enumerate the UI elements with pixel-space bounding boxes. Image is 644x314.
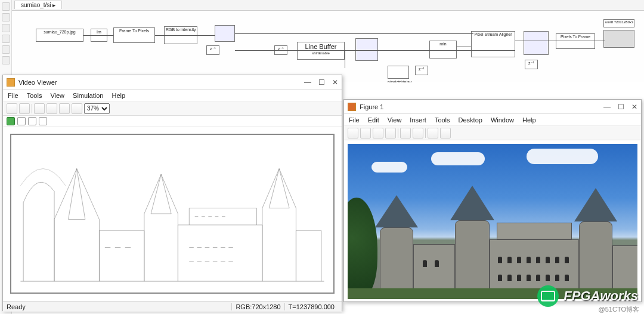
- status-time: T=1237890.000: [284, 303, 338, 310]
- figure-title: Figure 1: [360, 103, 383, 110]
- svg-marker-0: [69, 169, 85, 220]
- menu-edit[interactable]: Edit: [368, 116, 379, 124]
- fit-icon[interactable]: [72, 103, 82, 114]
- menu-simulation[interactable]: Simulation: [73, 92, 103, 99]
- pointer-icon[interactable]: [428, 128, 438, 138]
- menu-view[interactable]: View: [50, 92, 64, 99]
- watermark-text: FPGAworks: [564, 288, 638, 304]
- step-button[interactable]: [17, 117, 26, 125]
- app-icon: [7, 78, 15, 87]
- tower: [455, 220, 490, 299]
- menu-tools[interactable]: Tools: [435, 116, 450, 124]
- tower-roof: [450, 186, 494, 220]
- menu-insert[interactable]: Insert: [410, 116, 426, 124]
- castle-window: [565, 257, 569, 263]
- tool-icon[interactable]: [2, 2, 10, 11]
- tool-icon[interactable]: [2, 56, 10, 64]
- tool-icon[interactable]: [2, 45, 10, 54]
- menu-file[interactable]: File: [8, 92, 18, 99]
- frame-to-pixels-block[interactable]: Frame To Pixels: [113, 27, 155, 43]
- castle-window: [546, 275, 550, 281]
- wechat-icon: [537, 285, 559, 307]
- open-icon[interactable]: [360, 128, 371, 138]
- delay-z1-block[interactable]: z⁻¹: [206, 45, 219, 55]
- minimize-button[interactable]: —: [304, 78, 311, 87]
- figure-titlebar[interactable]: Figure 1 — ☐ ✕: [344, 100, 641, 114]
- menu-tools[interactable]: Tools: [27, 92, 42, 99]
- save-icon[interactable]: [373, 128, 383, 138]
- out-res-block[interactable]: uint8 720x1280x3: [603, 19, 634, 27]
- min-block[interactable]: min: [429, 41, 457, 59]
- delay-z3-block[interactable]: z⁻¹: [415, 66, 428, 75]
- zoom-out-icon[interactable]: [47, 103, 57, 114]
- attribution-text: @51CTO博客: [599, 305, 639, 314]
- play-button[interactable]: [7, 117, 15, 125]
- tool1-icon[interactable]: [400, 128, 411, 138]
- menu-view[interactable]: View: [388, 116, 402, 124]
- close-button[interactable]: ✕: [332, 78, 338, 87]
- stop-button[interactable]: [28, 117, 36, 125]
- menu-desktop[interactable]: Desktop: [459, 116, 482, 124]
- castle-window: [555, 257, 559, 263]
- zoom-in-icon[interactable]: [34, 103, 45, 114]
- viewer-sink-block[interactable]: [603, 30, 634, 48]
- wire: [235, 50, 515, 51]
- delay-label: pixelctrldelay: [388, 80, 411, 82]
- video-viewer-body: [3, 127, 342, 301]
- video-viewer-menubar: File Tools View Simulation Help: [3, 90, 342, 101]
- info-icon[interactable]: [19, 103, 30, 114]
- rotate-icon[interactable]: [440, 128, 451, 138]
- tower-roof: [574, 188, 617, 221]
- figure-menubar: File Edit View Insert Tools Desktop Wind…: [344, 114, 641, 126]
- subsystem2-block[interactable]: [355, 38, 378, 61]
- tool-icon[interactable]: [2, 35, 10, 43]
- new-icon[interactable]: [348, 128, 358, 138]
- print-icon[interactable]: [385, 128, 396, 138]
- castle-window: [527, 257, 531, 263]
- image-source-block[interactable]: sumiao_720p.jpg: [36, 29, 83, 42]
- castle-window: [536, 275, 540, 281]
- tool-icon[interactable]: [2, 24, 10, 32]
- sketch-svg: [11, 135, 333, 293]
- wall-upper: [497, 223, 572, 239]
- castle-window: [565, 275, 569, 281]
- cloud: [527, 149, 598, 164]
- figure-toolbar: [344, 126, 641, 140]
- model-tab[interactable]: sumiao_t/si ▸: [14, 1, 62, 9]
- castle-window: [527, 275, 531, 281]
- close-button[interactable]: ✕: [631, 103, 637, 111]
- castle-window: [517, 257, 521, 263]
- shift-enable-label: shiftEnable: [312, 51, 330, 55]
- pixel-stream-aligner-block[interactable]: Pixel Stream Aligner: [471, 31, 515, 57]
- tool-icon[interactable]: [2, 13, 10, 21]
- menu-file[interactable]: File: [349, 116, 360, 124]
- zoom-select[interactable]: 37%: [84, 103, 110, 114]
- highlight-button[interactable]: [39, 117, 47, 125]
- tool2-icon[interactable]: [413, 128, 423, 138]
- menu-window[interactable]: Window: [491, 116, 514, 124]
- castle-photo: [348, 144, 637, 299]
- subsystem3-block[interactable]: [524, 31, 549, 55]
- simulink-canvas[interactable]: sumiao_720p.jpg Im Frame To Pixels RGB t…: [12, 11, 644, 82]
- castle-window: [517, 275, 521, 281]
- pixels-to-frame-block[interactable]: Pixels To Frame: [556, 33, 595, 49]
- cloud: [371, 162, 407, 173]
- video-viewer-title: Video Viewer: [18, 79, 57, 86]
- minimize-button[interactable]: —: [603, 103, 611, 111]
- castle-window: [435, 260, 439, 267]
- pan-icon[interactable]: [59, 103, 70, 114]
- wire: [345, 50, 345, 68]
- line-buffer-block[interactable]: Line BuffershiftEnable: [297, 42, 345, 60]
- subsystem-block[interactable]: [215, 25, 235, 42]
- print-icon[interactable]: [7, 103, 17, 114]
- maximize-button[interactable]: ☐: [618, 103, 624, 111]
- menu-help[interactable]: Help: [112, 92, 125, 99]
- delay-z4-block[interactable]: z⁻¹: [525, 60, 538, 69]
- video-viewer-titlebar[interactable]: Video Viewer — ☐ ✕: [3, 75, 342, 90]
- svg-marker-2: [269, 169, 289, 208]
- maximize-button[interactable]: ☐: [318, 78, 325, 87]
- cloud: [431, 152, 485, 165]
- menu-help[interactable]: Help: [522, 116, 536, 124]
- video-viewer-statusbar: Ready RGB:720x1280 T=1237890.000: [3, 301, 342, 312]
- pixelctrl-delay-block[interactable]: [388, 66, 409, 79]
